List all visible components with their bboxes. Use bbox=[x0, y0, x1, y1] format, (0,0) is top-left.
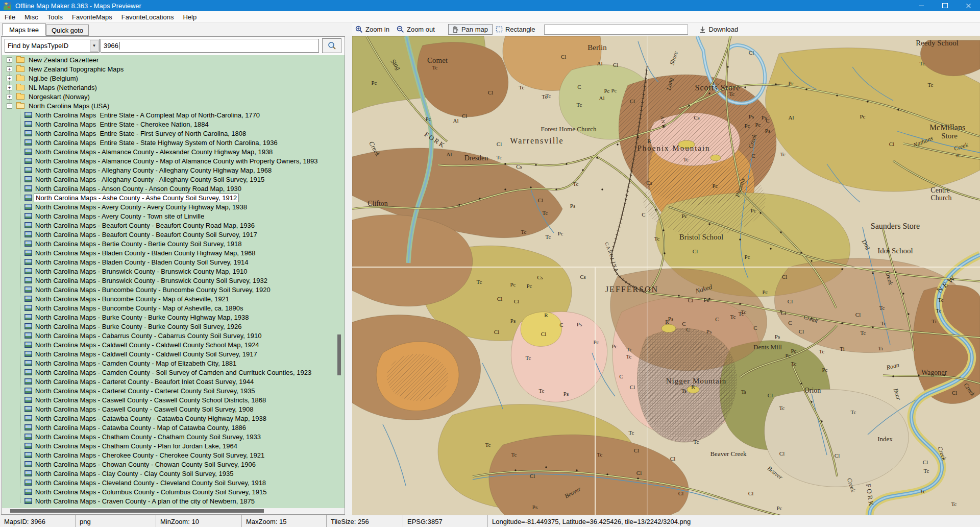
tree-map-row[interactable]: North Carolina Maps - Alamance County - … bbox=[2, 156, 345, 165]
tree-map-label[interactable]: North Carolina Maps - Bladen County - Bl… bbox=[34, 249, 257, 257]
tree-folder-row[interactable]: +Ngi.be (Belgium) bbox=[2, 74, 345, 83]
tree-map-row[interactable]: North Carolina Maps - Buncombe County - … bbox=[2, 285, 345, 294]
tree-map-row[interactable]: North Carolina Maps - Columbus County - … bbox=[2, 487, 345, 496]
tree-map-label[interactable]: North Carolina Maps - Carteret County - … bbox=[34, 378, 255, 386]
zoom-in-button[interactable]: Zoom in bbox=[352, 24, 394, 35]
tree-map-label[interactable]: North Carolina Maps - Bertie County - Be… bbox=[34, 240, 243, 248]
tree-map-row[interactable]: North Carolina Maps - Avery County - Tow… bbox=[2, 211, 345, 221]
tree-map-label[interactable]: North Carolina Maps - Chatham County - P… bbox=[34, 442, 239, 450]
tree-map-row[interactable]: North Carolina Maps - Chowan County - Ch… bbox=[2, 460, 345, 469]
tree-folder-label[interactable]: Ngi.be (Belgium) bbox=[27, 75, 80, 82]
tree-map-label[interactable]: North Carolina Maps - Burke County - Bur… bbox=[34, 314, 250, 321]
tree-map-label[interactable]: North Carolina Maps - Cabarrus County - … bbox=[34, 332, 263, 340]
menu-item-favoritelocations[interactable]: FavoriteLocations bbox=[117, 11, 179, 22]
map-viewport[interactable]: TcPcPcClTcTcClAlClAlClAlCPcAlTcClClCsTcP… bbox=[352, 36, 980, 516]
tree-map-label[interactable]: North Carolina Maps Entire State - First… bbox=[34, 130, 248, 137]
menu-item-misc[interactable]: Misc bbox=[20, 11, 43, 22]
tree-map-label[interactable]: North Carolina Maps - Chatham County - C… bbox=[34, 433, 262, 441]
coordinates-textbox[interactable] bbox=[544, 25, 688, 35]
tree-map-row[interactable]: North Carolina Maps - Alleghany County -… bbox=[2, 165, 345, 175]
tree-map-row[interactable]: North Carolina Maps - Brunswick County -… bbox=[2, 276, 345, 285]
tree-map-label[interactable]: North Carolina Maps Entire State - A Com… bbox=[34, 111, 261, 119]
rectangle-button[interactable]: Rectangle bbox=[493, 24, 540, 35]
title-bar[interactable]: Offline Map Maker 8.363 - Maps Previewer bbox=[0, 0, 980, 11]
tree-map-row[interactable]: North Carolina Maps - Camden County - So… bbox=[2, 368, 345, 377]
tree-folder-row[interactable]: +NL Maps (Netherlands) bbox=[2, 83, 345, 92]
tree-map-row[interactable]: North Carolina Maps - Carteret County - … bbox=[2, 377, 345, 386]
tree-map-label[interactable]: North Carolina Maps - Alleghany County -… bbox=[34, 176, 266, 183]
tab-maps-tree[interactable]: Maps tree bbox=[2, 23, 46, 36]
tree-map-row[interactable]: North Carolina Maps - Caldwell County - … bbox=[2, 349, 345, 358]
tree-map-row[interactable]: North Carolina Maps - Buncombe County - … bbox=[2, 303, 345, 313]
tree-map-label[interactable]: North Carolina Maps - Catawba County - M… bbox=[34, 424, 248, 432]
tree-map-label[interactable]: North Carolina Maps - Carteret County - … bbox=[34, 387, 256, 395]
tree-map-label[interactable]: North Carolina Maps - Alleghany County -… bbox=[34, 166, 273, 174]
tree-map-row[interactable]: North Carolina Maps - Buncombe County - … bbox=[2, 294, 345, 303]
tree-map-label[interactable]: North Carolina Maps - Buncombe County - … bbox=[34, 286, 272, 294]
tree-map-label[interactable]: North Carolina Maps - Buncombe County - … bbox=[34, 304, 245, 312]
collapse-icon[interactable]: − bbox=[7, 103, 12, 109]
tree-map-row[interactable]: North Carolina Maps - Caldwell County - … bbox=[2, 340, 345, 349]
tree-map-row[interactable]: North Carolina Maps - Catawba County - M… bbox=[2, 423, 345, 432]
tree-map-label[interactable]: North Carolina Maps - Craven County - A … bbox=[34, 497, 256, 505]
tree-map-label[interactable]: North Carolina Maps - Alamance County - … bbox=[34, 157, 319, 165]
tree-map-label[interactable]: North Carolina Maps - Cleveland County -… bbox=[34, 479, 267, 487]
combobox-arrow-icon[interactable]: ▼ bbox=[90, 40, 99, 52]
search-button[interactable] bbox=[322, 38, 341, 53]
scrollbar-thumb[interactable] bbox=[10, 509, 264, 513]
tree-map-row[interactable]: North Carolina Maps - Caswell County - C… bbox=[2, 404, 345, 414]
maximize-button[interactable] bbox=[933, 0, 957, 11]
menu-item-file[interactable]: File bbox=[0, 11, 20, 22]
tree-map-label[interactable]: North Carolina Maps - Brunswick County -… bbox=[34, 268, 249, 275]
expand-icon[interactable]: + bbox=[7, 94, 12, 100]
tree-map-row[interactable]: North Carolina Maps - Caswell County - C… bbox=[2, 395, 345, 404]
tree-map-row[interactable]: North Carolina Maps - Beaufort County - … bbox=[2, 221, 345, 230]
menu-item-tools[interactable]: Tools bbox=[43, 11, 67, 22]
tree-map-row[interactable]: North Carolina Maps - Brunswick County -… bbox=[2, 267, 345, 276]
tree-vertical-scrollbar[interactable] bbox=[337, 334, 341, 375]
tree-map-row[interactable]: North Carolina Maps - Bladen County - Bl… bbox=[2, 248, 345, 257]
tree-map-row[interactable]: North Carolina Maps - Bladen County - Bl… bbox=[2, 257, 345, 267]
tree-map-label[interactable]: North Carolina Maps - Bladen County - Bl… bbox=[34, 258, 250, 266]
tree-map-label[interactable]: North Carolina Maps - Columbus County - … bbox=[34, 488, 268, 496]
expand-icon[interactable]: + bbox=[7, 76, 12, 81]
minimize-button[interactable] bbox=[910, 0, 933, 11]
tree-folder-label[interactable]: New Zealand Topographic Maps bbox=[27, 65, 125, 73]
expand-icon[interactable]: + bbox=[7, 57, 12, 63]
tree-map-row[interactable]: North Carolina Maps - Carteret County - … bbox=[2, 386, 345, 395]
menu-item-help[interactable]: Help bbox=[178, 11, 201, 22]
tree-map-label[interactable]: North Carolina Maps - Beaufort County - … bbox=[34, 231, 259, 238]
tree-map-label[interactable]: North Carolina Maps Entire State - State… bbox=[34, 139, 279, 147]
tree-folder-label[interactable]: NL Maps (Netherlands) bbox=[27, 84, 99, 91]
menu-item-favoritemaps[interactable]: FavoriteMaps bbox=[67, 11, 117, 22]
tree-map-label[interactable]: North Carolina Maps - Chowan County - Ch… bbox=[34, 461, 257, 468]
tree-map-label[interactable]: North Carolina Maps - Alamance County - … bbox=[34, 148, 274, 156]
maps-tree[interactable]: +New Zealand Gazetteer+New Zealand Topog… bbox=[2, 55, 345, 508]
tree-folder-row[interactable]: +Norgeskart (Norway) bbox=[2, 92, 345, 101]
tree-map-row[interactable]: North Carolina Maps - Camden County - Ma… bbox=[2, 358, 345, 368]
find-mode-combobox[interactable]: Find by MapsTypeID ▼ bbox=[5, 39, 100, 53]
tree-map-label[interactable]: North Carolina Maps - Camden County - Ma… bbox=[34, 360, 238, 367]
tree-map-row[interactable]: North Carolina Maps - Burke County - Bur… bbox=[2, 313, 345, 322]
tree-map-row[interactable]: North Carolina Maps Entire State - First… bbox=[2, 129, 345, 138]
tree-map-label[interactable]: North Carolina Maps - Caswell County - C… bbox=[34, 405, 255, 413]
tree-folder-row[interactable]: +New Zealand Gazetteer bbox=[2, 55, 345, 64]
search-input[interactable]: 3966 bbox=[101, 39, 319, 53]
tree-map-row[interactable]: North Carolina Maps - Bertie County - Be… bbox=[2, 239, 345, 248]
tree-folder-label[interactable]: North Carolina Maps (USA) bbox=[27, 102, 111, 110]
tree-map-row-selected[interactable]: North Carolina Maps - Ashe County - Ashe… bbox=[2, 193, 345, 202]
tree-map-row[interactable]: North Carolina Maps - Catawba County - C… bbox=[2, 414, 345, 423]
tree-map-label[interactable]: North Carolina Maps - Anson County - Ans… bbox=[34, 185, 243, 193]
tree-horizontal-scrollbar[interactable] bbox=[2, 508, 345, 514]
tree-folder-label[interactable]: New Zealand Gazetteer bbox=[27, 56, 100, 64]
tree-map-row[interactable]: North Carolina Maps - Anson County - Ans… bbox=[2, 184, 345, 193]
tree-map-row[interactable]: North Carolina Maps - Cleveland County -… bbox=[2, 478, 345, 487]
tree-map-row[interactable]: North Carolina Maps - Alamance County - … bbox=[2, 147, 345, 156]
tree-map-label[interactable]: North Carolina Maps Entire State - Chero… bbox=[34, 121, 210, 128]
tree-map-label[interactable]: North Carolina Maps - Clay County - Clay… bbox=[34, 470, 235, 477]
pan-map-button[interactable]: Pan map bbox=[448, 24, 493, 35]
tree-map-row[interactable]: North Carolina Maps - Cabarrus County - … bbox=[2, 331, 345, 340]
tree-folder-row[interactable]: −North Carolina Maps (USA) bbox=[2, 101, 345, 110]
tree-map-label[interactable]: North Carolina Maps - Buncombe County - … bbox=[34, 295, 231, 303]
download-button[interactable]: Download bbox=[696, 24, 742, 35]
